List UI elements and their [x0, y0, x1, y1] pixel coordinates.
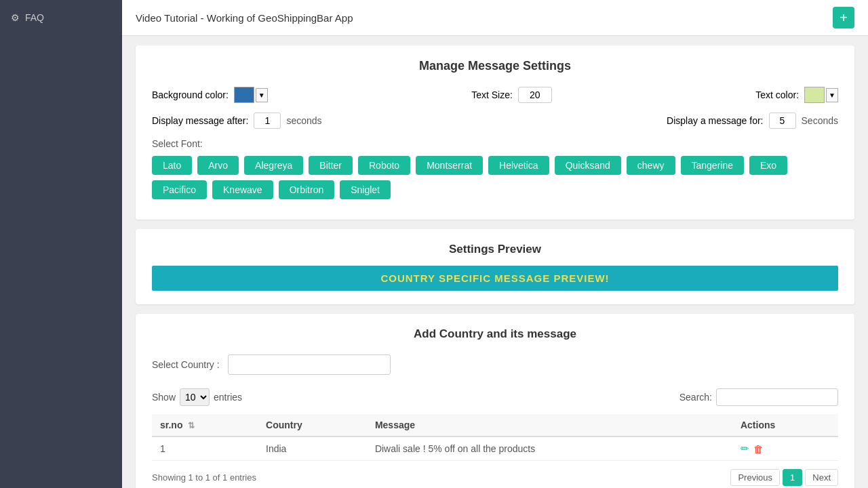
color-picker[interactable]: ▼: [234, 87, 268, 103]
add-country-card: Add Country and its message Select Count…: [136, 314, 854, 488]
font-btn-montserrat[interactable]: Montserrat: [416, 156, 483, 175]
text-size-group: Text Size:: [471, 87, 552, 103]
cell-country: India: [258, 436, 367, 461]
font-btn-roboto[interactable]: Roboto: [358, 156, 410, 175]
text-color-group: Text color: ▼: [755, 87, 838, 103]
sidebar: ⚙ FAQ: [0, 0, 122, 488]
header-bar: Video Tutorial - Working of GeoShippingB…: [122, 0, 868, 36]
font-section-label: Select Font:: [152, 138, 838, 149]
col-srno: sr.no ⇅: [152, 414, 258, 436]
font-btn-knewave[interactable]: Knewave: [212, 180, 273, 199]
text-color-picker[interactable]: ▼: [804, 87, 838, 103]
show-entries-group: Show 10 25 50 entries: [152, 388, 242, 406]
add-button[interactable]: +: [833, 7, 854, 28]
sidebar-item-faq-label: FAQ: [25, 12, 44, 23]
text-size-label: Text Size:: [471, 89, 513, 100]
search-label: Search:: [679, 392, 712, 403]
settings-row-2: Display message after: seconds Display a…: [152, 113, 838, 129]
next-button[interactable]: Next: [805, 469, 838, 486]
country-table: sr.no ⇅ Country Message Actions 1 India …: [152, 414, 838, 461]
font-btn-quicksand[interactable]: Quicksand: [555, 156, 621, 175]
col-message: Message: [367, 414, 732, 436]
font-btn-tangerine[interactable]: Tangerine: [681, 156, 745, 175]
cell-message: Diwali sale ! 5% off on all the products: [367, 436, 732, 461]
table-footer: Showing 1 to 1 of 1 entries Previous 1 N…: [152, 469, 838, 486]
display-for-unit: Seconds: [802, 115, 838, 126]
text-color-label: Text color:: [755, 89, 799, 100]
select-country-row: Select Country :: [152, 354, 838, 375]
display-after-unit: seconds: [286, 115, 321, 126]
sort-icon-srno: ⇅: [188, 421, 195, 430]
preview-title: Settings Preview: [152, 243, 838, 256]
preview-card: Settings Preview COUNTRY SPECIFIC MESSAG…: [136, 229, 854, 304]
font-btn-arvo[interactable]: Arvo: [197, 156, 239, 175]
font-buttons-container: LatoArvoAlegreyaBitterRobotoMontserratHe…: [152, 156, 838, 199]
font-section: Select Font: LatoArvoAlegreyaBitterRobot…: [152, 138, 838, 199]
show-label: Show: [152, 392, 176, 403]
preview-bar: COUNTRY SPECIFIC MESSAGE PREVIEW!: [152, 266, 838, 291]
action-icons: ✏ 🗑: [741, 443, 830, 455]
bg-color-group: Background color: ▼: [152, 87, 268, 103]
display-after-label: Display message after:: [152, 115, 248, 126]
header-title: Video Tutorial - Working of GeoShippingB…: [136, 12, 353, 24]
font-btn-bitter[interactable]: Bitter: [309, 156, 353, 175]
settings-row-1: Background color: ▼ Text Size: Text colo…: [152, 87, 838, 103]
text-size-input[interactable]: [518, 87, 552, 103]
entries-label: entries: [214, 392, 242, 403]
country-select-input[interactable]: [228, 354, 391, 375]
font-btn-orbitron[interactable]: Orbitron: [279, 180, 335, 199]
bg-color-label: Background color:: [152, 89, 229, 100]
font-btn-alegreya[interactable]: Alegreya: [244, 156, 303, 175]
text-color-arrow[interactable]: ▼: [826, 88, 838, 102]
message-settings-card: Manage Message Settings Background color…: [136, 45, 854, 220]
font-btn-chewy[interactable]: chewy: [627, 156, 675, 175]
display-for-label: Display a message for:: [667, 115, 763, 126]
pagination: Previous 1 Next: [730, 469, 838, 486]
edit-icon[interactable]: ✏: [741, 443, 749, 455]
display-for-group: Display a message for: Seconds: [667, 113, 838, 129]
search-row: Search:: [679, 388, 838, 406]
col-country: Country: [258, 414, 367, 436]
gear-icon: ⚙: [11, 12, 20, 23]
table-controls: Show 10 25 50 entries Search:: [152, 388, 838, 406]
table-header-row: sr.no ⇅ Country Message Actions: [152, 414, 838, 436]
font-btn-helvetica[interactable]: Helvetica: [488, 156, 549, 175]
search-input[interactable]: [716, 388, 838, 406]
bg-color-arrow[interactable]: ▼: [256, 88, 268, 102]
display-after-input[interactable]: [254, 113, 281, 129]
font-btn-pacifico[interactable]: Pacifico: [152, 180, 207, 199]
page-1-button[interactable]: 1: [783, 469, 802, 486]
font-btn-sniglet[interactable]: Sniglet: [340, 180, 391, 199]
display-after-group: Display message after: seconds: [152, 113, 322, 129]
col-actions: Actions: [732, 414, 838, 436]
entries-select[interactable]: 10 25 50: [180, 388, 210, 406]
text-color-box[interactable]: [804, 87, 825, 103]
delete-icon[interactable]: 🗑: [753, 443, 764, 455]
display-for-input[interactable]: [769, 113, 796, 129]
sidebar-item-faq[interactable]: ⚙ FAQ: [0, 7, 122, 28]
select-country-label: Select Country :: [152, 359, 220, 370]
font-btn-exo[interactable]: Exo: [749, 156, 787, 175]
bg-color-box[interactable]: [234, 87, 254, 103]
font-btn-lato[interactable]: Lato: [152, 156, 192, 175]
previous-button[interactable]: Previous: [730, 469, 780, 486]
cell-srno: 1: [152, 436, 258, 461]
main-content: Video Tutorial - Working of GeoShippingB…: [122, 0, 868, 488]
cell-actions: ✏ 🗑: [732, 436, 838, 461]
message-settings-title: Manage Message Settings: [152, 59, 838, 73]
add-country-title: Add Country and its message: [152, 327, 838, 341]
table-row: 1 India Diwali sale ! 5% off on all the …: [152, 436, 838, 461]
showing-text: Showing 1 to 1 of 1 entries: [152, 472, 256, 483]
